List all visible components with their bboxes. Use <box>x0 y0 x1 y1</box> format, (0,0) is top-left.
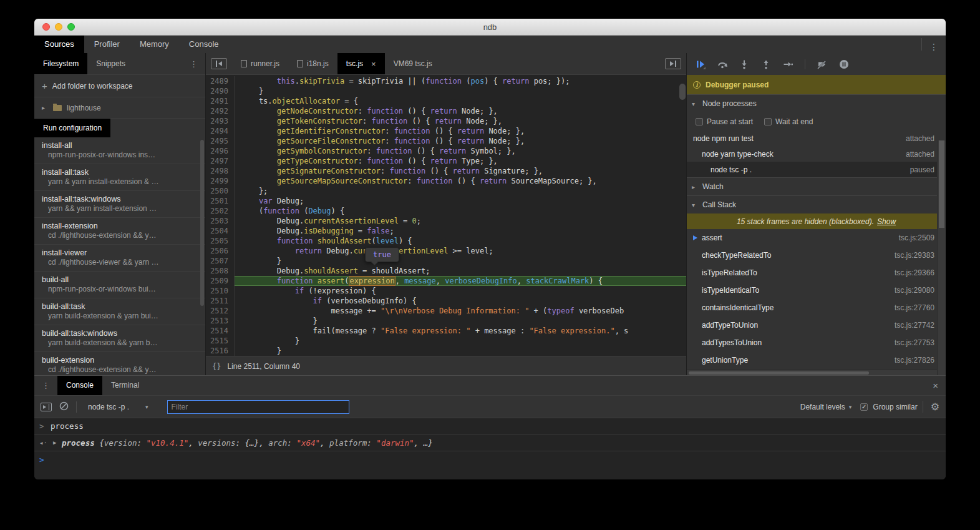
clear-console-icon[interactable] <box>59 401 69 413</box>
node-process-row[interactable]: node tsc -p .paused <box>687 162 946 177</box>
code-line[interactable]: 2507 } <box>206 256 686 266</box>
line-number[interactable]: 2516 <box>206 346 235 356</box>
line-number[interactable]: 2512 <box>206 306 235 316</box>
log-levels-select[interactable]: Default levels ▾ <box>797 403 856 411</box>
console-result[interactable]: ◂·▶process {version: "v10.4.1", versions… <box>34 434 946 451</box>
code-line[interactable]: 2493 getTokenConstructor: function () { … <box>206 116 686 126</box>
line-number[interactable]: 2514 <box>206 326 235 336</box>
zoom-window-button[interactable] <box>67 23 75 31</box>
code-line[interactable]: 2512 message += "\r\nVerbose Debug Infor… <box>206 306 686 316</box>
add-folder-button[interactable]: + Add folder to workspace <box>34 75 205 97</box>
line-number[interactable]: 2511 <box>206 296 235 306</box>
resume-button[interactable] <box>696 59 706 69</box>
editor-scrollbar[interactable] <box>679 84 686 100</box>
line-number[interactable]: 2504 <box>206 226 235 236</box>
step-button[interactable] <box>783 59 793 69</box>
code-line[interactable]: 2509 function assert(expression, message… <box>206 276 686 286</box>
right-panel-hscrollbar[interactable] <box>687 370 937 375</box>
checkbox-wait-at-end[interactable] <box>764 118 772 125</box>
line-number[interactable]: 2498 <box>206 166 235 176</box>
code-editor[interactable]: 2489 this.skipTrivia = skipTrivia || (fu… <box>206 75 686 356</box>
call-stack-frame[interactable]: getUnionTypetsc.js:27826 <box>687 351 946 369</box>
call-stack-frame[interactable]: containsIdenticalTypetsc.js:27760 <box>687 299 946 317</box>
line-number[interactable]: 2496 <box>206 146 235 156</box>
run-config-item[interactable]: build-extensioncd ./lighthouse-extension… <box>34 352 205 375</box>
pause-on-exceptions-button[interactable] <box>839 59 849 69</box>
line-number[interactable]: 2515 <box>206 336 235 346</box>
line-number[interactable]: 2503 <box>206 216 235 226</box>
line-number[interactable]: 2491 <box>206 96 235 106</box>
run-config-item[interactable]: install-all:taskyarn & yarn install-exte… <box>34 164 205 191</box>
console-menu-icon[interactable]: ⋮ <box>34 381 57 390</box>
node-process-row[interactable]: node npm run testattached <box>687 130 946 146</box>
code-line[interactable]: 2505 function shouldAssert(level) { <box>206 236 686 246</box>
sidebar-tab-filesystem[interactable]: Filesystem <box>34 53 87 74</box>
line-number[interactable]: 2507 <box>206 256 235 266</box>
execution-context-select[interactable]: node tsc -p . ▾ <box>84 403 152 411</box>
line-number[interactable]: 2505 <box>206 236 235 246</box>
show-console-sidebar-icon[interactable] <box>41 403 52 411</box>
workspace-folder-row[interactable]: ▸ lighthouse <box>34 97 205 119</box>
main-tab-memory[interactable]: Memory <box>130 36 179 53</box>
code-line[interactable]: 2501 var Debug; <box>206 196 686 206</box>
run-config-item[interactable]: build-all:taskyarn build-extension & yar… <box>34 298 205 325</box>
call-stack-section-header[interactable]: ▾ Call Stack <box>687 195 946 213</box>
line-number[interactable]: 2500 <box>206 186 235 196</box>
filter-input[interactable] <box>167 400 349 414</box>
line-number[interactable]: 2499 <box>206 176 235 186</box>
code-line[interactable]: 2499 getSourceMapSourceConstructor: func… <box>206 176 686 186</box>
run-config-item[interactable]: build-all:task:windowsyarn build-extensi… <box>34 325 205 352</box>
run-config-item[interactable]: install-all:task:windowsyarn && yarn ins… <box>34 191 205 218</box>
open-debugger-pane-icon[interactable] <box>665 58 681 69</box>
call-stack-frame[interactable]: checkTypeRelatedTotsc.js:29383 <box>687 247 946 264</box>
pretty-print-icon[interactable]: {} <box>212 362 221 371</box>
console-settings-gear-icon[interactable]: ⚙ <box>923 401 939 413</box>
call-stack-frame[interactable]: isTypeRelatedTotsc.js:29366 <box>687 264 946 282</box>
code-line[interactable]: 2500 }; <box>206 186 686 196</box>
editor-tab-runner-js[interactable]: runner.js <box>232 53 288 74</box>
code-line[interactable]: 2506 return Debug.currentAssertionLevel … <box>206 246 686 256</box>
code-line[interactable]: 2511 if (verboseDebugInfo) { <box>206 296 686 306</box>
minimize-window-button[interactable] <box>55 23 62 31</box>
code-line[interactable]: 2490 } <box>206 86 686 96</box>
editor-tab-vm69-tsc-js[interactable]: VM69 tsc.js <box>385 53 441 74</box>
sidebar-tab-snippets[interactable]: Snippets <box>87 53 134 74</box>
expand-triangle-icon[interactable]: ▶ <box>53 439 62 446</box>
line-number[interactable]: 2494 <box>206 126 235 136</box>
close-console-icon[interactable]: × <box>925 380 946 391</box>
code-line[interactable]: 2492 getNodeConstructor: function () { r… <box>206 106 686 116</box>
collapse-navigator-icon[interactable] <box>211 58 227 69</box>
run-config-item[interactable]: install-viewercd ./lighthouse-viewer && … <box>34 245 205 272</box>
code-line[interactable]: 2515 } <box>206 336 686 346</box>
code-line[interactable]: 2495 getSourceFileConstructor: function … <box>206 136 686 146</box>
line-number[interactable]: 2502 <box>206 206 235 216</box>
code-line[interactable]: 2508 Debug.shouldAssert = shouldAssert; <box>206 266 686 276</box>
checkbox-pause-at-start[interactable] <box>696 118 703 125</box>
code-line[interactable]: 2514 fail(message ? "False expression: "… <box>206 326 686 336</box>
code-line[interactable]: 2516 } <box>206 346 686 356</box>
code-line[interactable]: 2489 this.skipTrivia = skipTrivia || (fu… <box>206 76 686 86</box>
main-tab-profiler[interactable]: Profiler <box>84 36 130 53</box>
line-number[interactable]: 2493 <box>206 116 235 126</box>
sidebar-scrollbar[interactable] <box>200 140 204 306</box>
call-stack-frame[interactable]: isTypeIdenticalTotsc.js:29080 <box>687 282 946 299</box>
code-line[interactable]: 2502 (function (Debug) { <box>206 206 686 216</box>
step-out-button[interactable] <box>761 59 771 69</box>
call-stack-frame[interactable]: asserttsc.js:2509 <box>687 229 946 247</box>
close-tab-icon[interactable]: × <box>371 53 376 75</box>
code-line[interactable]: 2494 getIdentifierConstructor: function … <box>206 126 686 136</box>
code-line[interactable]: 2498 getSignatureConstructor: function (… <box>206 166 686 176</box>
code-line[interactable]: 2510 if (!expression) { <box>206 286 686 296</box>
watch-section-header[interactable]: ▸ Watch <box>687 177 946 195</box>
scrollbar-thumb[interactable] <box>689 371 869 375</box>
run-config-item[interactable]: install-allnpm-run-posix-or-windows ins… <box>34 137 205 164</box>
line-number[interactable]: 2510 <box>206 286 235 296</box>
node-process-row[interactable]: node yarn type-checkattached <box>687 146 946 162</box>
main-tab-console[interactable]: Console <box>179 36 229 53</box>
console-tab-console[interactable]: Console <box>57 376 102 395</box>
line-number[interactable]: 2508 <box>206 266 235 276</box>
deactivate-breakpoints-button[interactable] <box>817 59 827 69</box>
run-config-item[interactable]: build-allnpm-run-posix-or-windows bui… <box>34 272 205 298</box>
line-number[interactable]: 2495 <box>206 136 235 146</box>
editor-tab-i18n-js[interactable]: i18n.js <box>288 53 337 74</box>
